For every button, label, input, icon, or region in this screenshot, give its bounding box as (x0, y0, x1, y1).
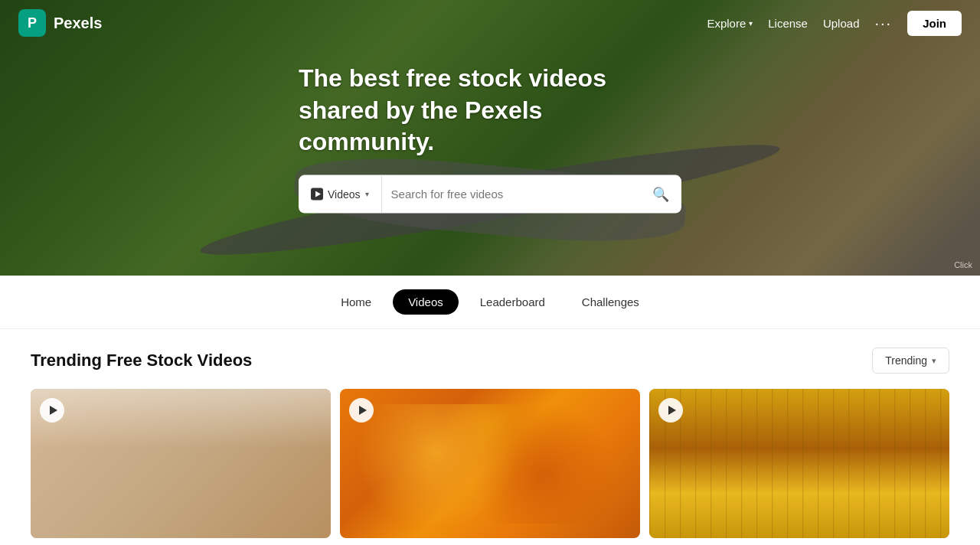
logo-icon[interactable]: P (18, 9, 46, 37)
search-type-button[interactable]: Videos ▾ (299, 175, 382, 213)
search-icon: 🔍 (652, 186, 669, 201)
video-grid (31, 389, 949, 538)
more-options-button[interactable]: ··· (874, 15, 892, 32)
video-thumbnail (340, 389, 640, 538)
content-area: Trending Free Stock Videos Trending ▾ (0, 329, 980, 545)
nav-tabs: Home Videos Leaderboard Challenges (0, 276, 980, 329)
click-label: Click (954, 260, 972, 269)
video-card[interactable] (649, 389, 949, 538)
hero-title: The best free stock videos shared by the… (299, 63, 681, 158)
section-header: Trending Free Stock Videos Trending ▾ (31, 348, 949, 374)
search-input[interactable] (382, 188, 640, 201)
upload-nav-link[interactable]: Upload (823, 17, 860, 30)
explore-chevron-icon: ▾ (749, 19, 753, 28)
join-button[interactable]: Join (907, 11, 962, 36)
site-header: P Pexels Explore ▾ License Upload ··· Jo… (0, 0, 980, 46)
logo-name: Pexels (54, 15, 102, 32)
section-title: Trending Free Stock Videos (31, 351, 252, 370)
license-nav-link[interactable]: License (768, 17, 808, 30)
tab-home[interactable]: Home (325, 289, 387, 315)
search-bar: Videos ▾ 🔍 (299, 175, 681, 213)
sort-chevron-icon: ▾ (932, 356, 936, 366)
play-button[interactable] (658, 398, 683, 423)
video-type-icon (311, 188, 323, 200)
hero-content: The best free stock videos shared by the… (299, 63, 681, 214)
search-type-label: Videos (328, 188, 361, 200)
video-thumbnail (31, 389, 331, 538)
sort-label: Trending (885, 354, 927, 367)
search-type-chevron-icon: ▾ (365, 190, 369, 198)
video-thumbnail (649, 389, 949, 538)
video-card[interactable] (340, 389, 640, 538)
tab-leaderboard[interactable]: Leaderboard (465, 289, 560, 315)
play-button[interactable] (40, 398, 64, 423)
video-card[interactable] (31, 389, 331, 538)
tab-videos[interactable]: Videos (393, 289, 459, 315)
header-nav: Explore ▾ License Upload ··· Join (707, 11, 962, 36)
logo-area: P Pexels (18, 9, 102, 37)
explore-nav-link[interactable]: Explore ▾ (707, 17, 753, 30)
sort-button[interactable]: Trending ▾ (872, 348, 949, 374)
tab-challenges[interactable]: Challenges (567, 289, 655, 315)
search-submit-button[interactable]: 🔍 (640, 175, 681, 213)
play-button[interactable] (349, 398, 374, 423)
